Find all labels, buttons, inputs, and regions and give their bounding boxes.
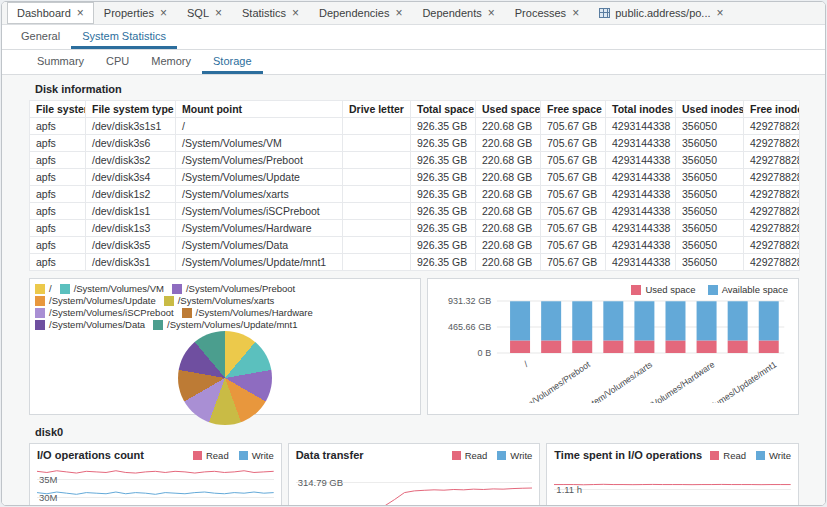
close-icon[interactable]: × (572, 7, 579, 19)
main-tab-dashboard[interactable]: Dashboard× (7, 2, 94, 24)
table-cell: 356050 (676, 152, 744, 169)
io-panel-data-transfer: Data transferReadWrite314.79 GB (288, 443, 541, 506)
bar-legend-item: Available space (708, 284, 788, 295)
close-icon[interactable]: × (77, 7, 84, 19)
table-cell: 4292788288 (744, 186, 800, 203)
table-cell: /System/Volumes/iSCPreboot (176, 203, 343, 220)
table-cell: 4293144338 (606, 237, 676, 254)
legend-swatch (35, 320, 45, 330)
table-row: apfs/dev/disk1s2/System/Volumes/xarts926… (30, 186, 800, 203)
y-tick-label: 35M (39, 474, 57, 485)
table-cell: apfs (30, 220, 86, 237)
main-tab-statistics[interactable]: Statistics× (232, 2, 309, 24)
io-panel-header: Time spent in I/O operationsReadWrite (554, 449, 791, 461)
storage-charts-row: //System/Volumes/VM/System/Volumes/Prebo… (29, 278, 799, 415)
table-row: apfs/dev/disk3s4/System/Volumes/Update92… (30, 169, 800, 186)
table-cell: / (176, 118, 343, 135)
column-header-total-space: Total space (411, 101, 476, 118)
main-tab-sql[interactable]: SQL× (177, 2, 232, 24)
main-tab-public-address-po[interactable]: public.address/po...× (589, 2, 733, 24)
disk-information-table: File systemFile system typeMount pointDr… (29, 100, 800, 271)
legend-swatch (631, 285, 641, 295)
table-cell: /dev/disk1s1 (86, 203, 176, 220)
tab-label: Storage (213, 55, 252, 67)
legend-label: /System/Volumes/Update (49, 295, 156, 306)
table-cell: 4292788288 (744, 135, 800, 152)
bar-used-segment (728, 341, 748, 353)
close-icon[interactable]: × (395, 7, 402, 19)
close-icon[interactable]: × (488, 7, 495, 19)
table-cell: 220.68 GB (476, 152, 541, 169)
legend-swatch (35, 308, 45, 318)
close-icon[interactable]: × (292, 7, 299, 19)
table-cell: 705.67 GB (541, 237, 606, 254)
column-header-used-space: Used space (476, 101, 541, 118)
table-cell: apfs (30, 152, 86, 169)
table-cell: 4292788288 (744, 152, 800, 169)
close-icon[interactable]: × (215, 7, 222, 19)
io-panel-header: I/O operations countReadWrite (37, 449, 274, 461)
table-cell: 356050 (676, 186, 744, 203)
pie-legend-item: /System/Volumes/Update (35, 295, 156, 306)
y-tick-label: 0 B (478, 348, 492, 358)
tab-label: CPU (106, 55, 129, 67)
tab-label: SQL (187, 7, 209, 19)
io-panel-i-o-operations-count: I/O operations countReadWrite35M30M (29, 443, 282, 506)
y-tick-label: 465.66 GB (448, 322, 491, 332)
table-cell (343, 152, 411, 169)
table-cell: /System/Volumes/Hardware (176, 220, 343, 237)
tab-system-statistics[interactable]: System Statistics (71, 25, 177, 49)
tab-label: Summary (37, 55, 84, 67)
table-cell: /System/Volumes/Data (176, 237, 343, 254)
legend-label: /System/Volumes/Hardware (196, 307, 313, 318)
column-header-drive-letter: Drive letter (343, 101, 411, 118)
table-cell: 4292788288 (744, 203, 800, 220)
legend-label: /System/Volumes/Update/mnt1 (167, 319, 297, 330)
main-tab-dependencies[interactable]: Dependencies× (309, 2, 412, 24)
io-legend-item: Write (497, 450, 532, 461)
legend-label: Read (723, 450, 746, 461)
io-line-chart (37, 465, 274, 506)
legend-swatch (452, 451, 461, 460)
tab-summary[interactable]: Summary (26, 50, 95, 74)
table-cell: 220.68 GB (476, 169, 541, 186)
table-cell: 705.67 GB (541, 186, 606, 203)
pie-legend-item: /System/Volumes/Update/mnt1 (153, 319, 297, 330)
table-cell: /System/Volumes/VM (176, 135, 343, 152)
main-tab-processes[interactable]: Processes× (505, 2, 589, 24)
tab-general[interactable]: General (10, 25, 71, 49)
io-line-chart (554, 465, 791, 506)
tab-label: Memory (151, 55, 191, 67)
table-cell: 705.67 GB (541, 152, 606, 169)
bar-used-segment (603, 341, 623, 353)
series-read (296, 488, 533, 506)
tab-memory[interactable]: Memory (140, 50, 202, 74)
tab-storage[interactable]: Storage (202, 50, 263, 74)
tab-cpu[interactable]: CPU (95, 50, 140, 74)
table-cell: /dev/disk3s4 (86, 169, 176, 186)
io-legend-item: Read (193, 450, 229, 461)
legend-swatch (182, 308, 192, 318)
y-tick-label: 30M (39, 492, 57, 503)
main-tab-dependents[interactable]: Dependents× (412, 2, 504, 24)
table-cell: 4293144338 (606, 135, 676, 152)
io-legend-item: Read (710, 450, 746, 461)
close-icon[interactable]: × (717, 7, 724, 19)
column-header-used-inodes: Used inodes (676, 101, 744, 118)
table-cell: 4293144338 (606, 254, 676, 271)
legend-swatch (193, 451, 202, 460)
table-cell (343, 186, 411, 203)
table-cell: 926.35 GB (411, 186, 476, 203)
table-cell: 4293144338 (606, 203, 676, 220)
storage-pie-chart (178, 331, 272, 425)
close-icon[interactable]: × (160, 7, 167, 19)
table-cell (343, 203, 411, 220)
io-legend-item: Read (452, 450, 488, 461)
table-cell: 356050 (676, 169, 744, 186)
table-cell: 4293144338 (606, 118, 676, 135)
table-cell (343, 237, 411, 254)
column-header-file-system: File system (30, 101, 86, 118)
table-cell: 4293144338 (606, 152, 676, 169)
main-tab-properties[interactable]: Properties× (94, 2, 177, 24)
table-row: apfs/dev/disk3s6/System/Volumes/VM926.35… (30, 135, 800, 152)
